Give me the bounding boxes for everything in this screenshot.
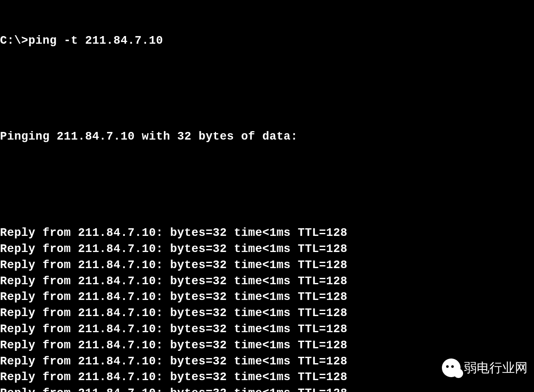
prompt: C:\> <box>0 34 28 47</box>
reply-line: Reply from 211.84.7.10: bytes=32 time<1m… <box>0 241 534 258</box>
watermark-text: 弱电行业网 <box>464 359 528 377</box>
reply-line: Reply from 211.84.7.10: bytes=32 time<1m… <box>0 338 534 354</box>
blank-line <box>0 81 534 97</box>
ping-header: Pinging 211.84.7.10 with 32 bytes of dat… <box>0 129 534 145</box>
command-text: ping -t 211.84.7.10 <box>28 34 163 47</box>
reply-line: Reply from 211.84.7.10: bytes=32 time<1m… <box>0 289 534 305</box>
reply-line: Reply from 211.84.7.10: bytes=32 time<1m… <box>0 274 534 290</box>
watermark: 弱电行业网 <box>442 358 528 377</box>
reply-line: Reply from 211.84.7.10: bytes=32 time<1m… <box>0 386 534 392</box>
reply-line: Reply from 211.84.7.10: bytes=32 time<1m… <box>0 322 534 338</box>
command-line: C:\>ping -t 211.84.7.10 <box>0 33 534 49</box>
terminal-output: C:\>ping -t 211.84.7.10 Pinging 211.84.7… <box>0 1 534 392</box>
reply-line: Reply from 211.84.7.10: bytes=32 time<1m… <box>0 225 534 241</box>
blank-line <box>0 177 534 193</box>
wechat-icon <box>442 358 461 377</box>
reply-line: Reply from 211.84.7.10: bytes=32 time<1m… <box>0 305 534 322</box>
reply-line: Reply from 211.84.7.10: bytes=32 time<1m… <box>0 258 534 274</box>
